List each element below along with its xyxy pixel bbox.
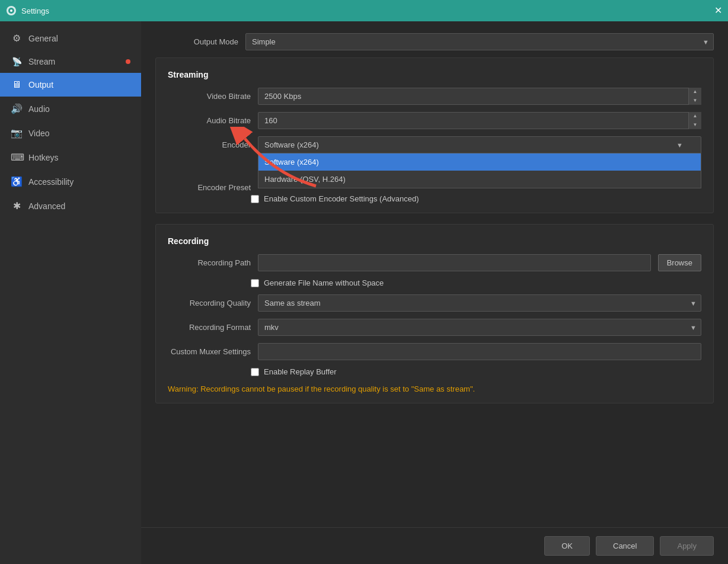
stream-dot — [126, 59, 130, 64]
audio-bitrate-label: Audio Bitrate — [168, 116, 251, 125]
sidebar-item-video[interactable]: 📷 Video — [0, 121, 141, 145]
bottom-bar: OK Cancel Apply — [141, 527, 728, 564]
recording-quality-label: Recording Quality — [168, 299, 251, 307]
output-mode-label: Output Mode — [155, 37, 238, 46]
sidebar-item-stream[interactable]: 📡 Stream — [0, 50, 141, 73]
advanced-icon: ✱ — [11, 200, 23, 212]
video-bitrate-input[interactable] — [258, 88, 701, 105]
recording-section: Recording Recording Path Browse Generate… — [155, 224, 714, 403]
video-bitrate-row: Video Bitrate ▲ ▼ — [168, 88, 701, 105]
sidebar-item-output[interactable]: 🖥 Output — [0, 73, 141, 97]
sidebar-label-accessibility: Accessibility — [28, 177, 130, 187]
sidebar-item-hotkeys[interactable]: ⌨ Hotkeys — [0, 145, 141, 169]
video-bitrate-spinbox: ▲ ▼ — [258, 88, 701, 105]
gear-icon: ⚙ — [11, 33, 23, 44]
audio-bitrate-spinbox: ▲ ▼ — [258, 112, 701, 129]
stream-icon: 📡 — [11, 57, 23, 66]
recording-format-select-wrapper: mkv mp4 flv ▼ — [258, 319, 701, 336]
accessibility-icon: ♿ — [11, 176, 23, 187]
recording-path-input[interactable] — [258, 254, 651, 271]
custom-encoder-checkbox[interactable] — [251, 195, 259, 203]
warning-text: Warning: Recordings cannot be paused if … — [168, 384, 701, 393]
browse-button[interactable]: Browse — [658, 254, 701, 271]
recording-format-label: Recording Format — [168, 323, 251, 332]
window-title: Settings — [21, 7, 49, 15]
sidebar-label-video: Video — [28, 129, 130, 138]
app-icon — [6, 5, 17, 16]
sidebar-label-hotkeys: Hotkeys — [28, 153, 130, 162]
recording-path-label: Recording Path — [168, 258, 251, 267]
encoder-dropdown[interactable]: Software (x264) ▼ Software (x264) Hardwa… — [258, 136, 701, 153]
recording-quality-row: Recording Quality Same as stream High Qu… — [168, 294, 701, 312]
custom-muxer-row: Custom Muxer Settings — [168, 343, 701, 360]
custom-muxer-label: Custom Muxer Settings — [168, 347, 251, 356]
custom-encoder-row: Enable Custom Encoder Settings (Advanced… — [251, 194, 701, 203]
video-bitrate-up[interactable]: ▲ — [689, 88, 701, 97]
generate-filename-row: Generate File Name without Space — [251, 278, 701, 287]
sidebar-item-general[interactable]: ⚙ General — [0, 26, 141, 50]
output-mode-select[interactable]: Simple Advanced — [245, 33, 714, 50]
main-layout: ⚙ General 📡 Stream 🖥 Output 🔊 Audio 📷 Vi… — [0, 21, 728, 564]
video-bitrate-arrows: ▲ ▼ — [688, 88, 701, 105]
sidebar-item-audio[interactable]: 🔊 Audio — [0, 97, 141, 121]
output-icon: 🖥 — [11, 79, 23, 90]
video-bitrate-label: Video Bitrate — [168, 92, 251, 101]
sidebar-label-general: General — [28, 34, 130, 43]
sidebar-label-advanced: Advanced — [28, 201, 130, 211]
enable-replay-buffer-label: Enable Replay Buffer — [264, 367, 337, 376]
recording-path-row: Recording Path Browse — [168, 254, 701, 271]
recording-format-row: Recording Format mkv mp4 flv ▼ — [168, 319, 701, 336]
generate-filename-label: Generate File Name without Space — [264, 278, 384, 287]
encoder-selected-display[interactable]: Software (x264) ▼ — [258, 136, 701, 153]
close-button[interactable]: ✕ — [714, 6, 722, 15]
custom-muxer-input[interactable] — [258, 343, 701, 360]
video-icon: 📷 — [11, 127, 23, 139]
streaming-section-title: Streaming — [168, 70, 701, 79]
generate-filename-checkbox[interactable] — [251, 279, 259, 287]
video-bitrate-down[interactable]: ▼ — [689, 97, 701, 105]
encoder-options-list: Software (x264) Hardware (QSV, H.264) — [258, 153, 701, 188]
audio-bitrate-row: Audio Bitrate ▲ ▼ — [168, 112, 701, 129]
chevron-down-icon: ▼ — [676, 142, 683, 149]
hotkeys-icon: ⌨ — [11, 152, 23, 163]
sidebar-label-audio: Audio — [28, 104, 130, 114]
cancel-button[interactable]: Cancel — [596, 536, 654, 556]
sidebar-item-advanced[interactable]: ✱ Advanced — [0, 194, 141, 218]
audio-bitrate-down[interactable]: ▼ — [689, 121, 701, 130]
encoder-option-hardware[interactable]: Hardware (QSV, H.264) — [258, 171, 701, 188]
titlebar-left: Settings — [6, 5, 49, 16]
encoder-option-software[interactable]: Software (x264) — [258, 153, 701, 171]
recording-format-select[interactable]: mkv mp4 flv — [258, 319, 701, 336]
encoder-row: Encoder Software (x264) ▼ Software (x264… — [168, 136, 701, 153]
sidebar-label-stream: Stream — [28, 57, 119, 66]
recording-section-title: Recording — [168, 236, 701, 246]
sidebar-label-output: Output — [28, 80, 130, 89]
audio-bitrate-arrows: ▲ ▼ — [688, 112, 701, 129]
svg-point-2 — [10, 9, 12, 12]
output-mode-select-wrapper: Simple Advanced ▼ — [245, 33, 714, 50]
replay-buffer-row: Enable Replay Buffer — [251, 367, 701, 376]
apply-button[interactable]: Apply — [660, 536, 714, 556]
encoder-preset-label: Encoder Preset — [168, 183, 251, 192]
audio-icon: 🔊 — [11, 103, 23, 114]
sidebar: ⚙ General 📡 Stream 🖥 Output 🔊 Audio 📷 Vi… — [0, 21, 141, 564]
recording-quality-select-wrapper: Same as stream High Quality Lossless ▼ — [258, 294, 701, 312]
enable-replay-buffer-checkbox[interactable] — [251, 368, 259, 376]
titlebar: Settings ✕ — [0, 0, 728, 21]
output-mode-row: Output Mode Simple Advanced ▼ — [155, 33, 714, 50]
encoder-selected-text: Software (x264) — [264, 140, 319, 149]
content-area: Output Mode Simple Advanced ▼ Streaming … — [141, 21, 728, 564]
encoder-label: Encoder — [168, 140, 251, 149]
audio-bitrate-up[interactable]: ▲ — [689, 112, 701, 121]
sidebar-item-accessibility[interactable]: ♿ Accessibility — [0, 169, 141, 194]
custom-encoder-label: Enable Custom Encoder Settings (Advanced… — [264, 194, 419, 203]
audio-bitrate-input[interactable] — [258, 112, 701, 129]
ok-button[interactable]: OK — [544, 536, 590, 556]
recording-quality-select[interactable]: Same as stream High Quality Lossless — [258, 294, 701, 312]
streaming-section: Streaming Video Bitrate ▲ ▼ Audio Bitrat… — [155, 57, 714, 213]
